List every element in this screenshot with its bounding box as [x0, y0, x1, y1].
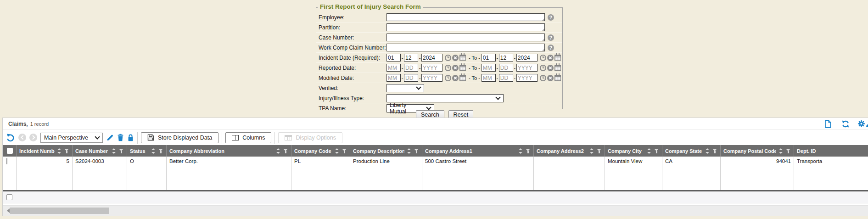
clear-date-icon[interactable] — [452, 65, 459, 71]
column-header-company-address1[interactable]: Company Address1 — [422, 145, 533, 157]
history-forward-icon[interactable] — [29, 134, 37, 141]
filter-icon[interactable] — [283, 148, 288, 154]
sort-icon[interactable] — [779, 148, 783, 154]
sort-icon[interactable] — [112, 148, 116, 154]
case-number-input[interactable] — [386, 34, 545, 41]
clear-date-icon[interactable] — [547, 65, 554, 71]
clock-icon[interactable] — [540, 55, 546, 61]
modified-to-day-input[interactable] — [499, 74, 513, 82]
verified-select[interactable] — [386, 84, 424, 92]
modified-to-year-input[interactable] — [516, 74, 538, 82]
modified-from-month-input[interactable] — [386, 74, 401, 82]
date-separator: - — [496, 75, 499, 81]
edit-pencil-icon[interactable] — [106, 134, 114, 141]
footer-checkbox[interactable] — [6, 194, 12, 200]
clear-date-icon[interactable] — [452, 75, 459, 81]
select-all-checkbox[interactable] — [7, 148, 13, 154]
column-header-company-city[interactable]: Company City — [605, 145, 662, 157]
column-header-dept-id[interactable]: Dept. ID — [794, 145, 868, 157]
scroll-left-arrow-icon[interactable] — [7, 208, 10, 213]
sort-icon[interactable] — [706, 148, 710, 154]
wrench-icon[interactable] — [866, 120, 868, 128]
column-header-company-state[interactable]: Company State — [662, 145, 720, 157]
modified-to-month-input[interactable] — [482, 74, 496, 82]
column-header-case-number[interactable]: Case Number — [72, 145, 127, 157]
column-header-status[interactable]: Status — [127, 145, 166, 157]
clock-icon[interactable] — [445, 65, 451, 71]
incident-from-year-input[interactable] — [421, 54, 442, 62]
reported-to-month-input[interactable] — [482, 64, 496, 72]
sort-icon[interactable] — [335, 148, 339, 154]
sort-icon[interactable] — [647, 148, 651, 154]
sort-icon[interactable] — [151, 148, 156, 154]
undo-icon[interactable] — [6, 133, 15, 142]
incident-from-day-input[interactable] — [404, 54, 418, 62]
help-icon[interactable]: ? — [548, 34, 554, 41]
refresh-icon[interactable] — [841, 120, 850, 128]
calendar-icon[interactable] — [459, 75, 466, 81]
filter-icon[interactable] — [712, 148, 717, 154]
row-checkbox[interactable] — [6, 158, 7, 164]
column-header-company-postal-code[interactable]: Company Postal Code — [720, 145, 794, 157]
clear-date-icon[interactable] — [452, 55, 459, 61]
reported-to-day-input[interactable] — [499, 64, 513, 72]
scrollbar-thumb[interactable] — [10, 208, 109, 214]
filter-icon[interactable] — [526, 148, 531, 154]
clock-icon[interactable] — [445, 55, 451, 61]
incident-to-year-input[interactable] — [516, 54, 538, 62]
employee-input[interactable] — [386, 13, 545, 21]
filter-icon[interactable] — [654, 148, 659, 154]
reported-from-day-input[interactable] — [404, 64, 418, 72]
table-row[interactable]: 5 S2024-0003 O Better Corp. PL Productio… — [3, 157, 868, 190]
column-header-company-description[interactable]: Company Description — [350, 145, 422, 157]
column-header-company-code[interactable]: Company Code — [291, 145, 350, 157]
reported-from-year-input[interactable] — [421, 64, 442, 72]
clock-icon[interactable] — [540, 65, 546, 71]
help-icon[interactable]: ? — [548, 45, 554, 51]
lock-icon[interactable] — [127, 134, 134, 141]
horizontal-scrollbar[interactable] — [3, 205, 868, 216]
store-displayed-data-button[interactable]: Store Displayed Data — [141, 132, 218, 143]
trash-icon[interactable] — [117, 134, 124, 141]
calendar-icon[interactable] — [554, 55, 561, 61]
work-comp-claim-number-input[interactable] — [386, 44, 545, 51]
reported-from-month-input[interactable] — [386, 64, 401, 72]
new-document-icon[interactable] — [824, 120, 831, 128]
filter-icon[interactable] — [342, 148, 347, 154]
clear-date-icon[interactable] — [547, 75, 554, 81]
settings-gear-icon[interactable] — [857, 120, 865, 128]
columns-button[interactable]: Columns — [225, 132, 271, 143]
filter-icon[interactable] — [158, 148, 163, 154]
clear-date-icon[interactable] — [547, 55, 554, 61]
filter-icon[interactable] — [64, 148, 69, 154]
column-header-company-abbreviation[interactable]: Company Abbreviation — [166, 145, 291, 157]
sort-icon[interactable] — [519, 148, 523, 154]
reported-to-year-input[interactable] — [516, 64, 538, 72]
sort-icon[interactable] — [276, 148, 280, 154]
calendar-icon[interactable] — [459, 55, 466, 61]
filter-icon[interactable] — [414, 148, 419, 154]
modified-from-year-input[interactable] — [421, 74, 442, 82]
sort-icon[interactable] — [590, 148, 594, 154]
clock-icon[interactable] — [540, 75, 546, 81]
history-back-icon[interactable] — [18, 134, 26, 141]
clock-icon[interactable] — [445, 75, 451, 81]
filter-icon[interactable] — [786, 148, 791, 154]
column-header-incident-number[interactable]: Incident Number — [16, 145, 72, 157]
calendar-icon[interactable] — [554, 75, 561, 81]
sort-icon[interactable] — [407, 148, 411, 154]
calendar-icon[interactable] — [459, 65, 466, 71]
sort-icon[interactable] — [57, 148, 62, 154]
incident-to-day-input[interactable] — [499, 54, 513, 62]
injury-illness-type-select[interactable] — [386, 94, 504, 102]
partition-input[interactable] — [386, 23, 545, 31]
help-icon[interactable]: ? — [548, 14, 554, 21]
incident-to-month-input[interactable] — [482, 54, 496, 62]
incident-from-month-input[interactable] — [386, 54, 401, 62]
calendar-icon[interactable] — [554, 65, 561, 71]
column-header-company-address2[interactable]: Company Address2 — [533, 145, 605, 157]
modified-from-day-input[interactable] — [404, 74, 418, 82]
filter-icon[interactable] — [119, 148, 124, 154]
perspective-select[interactable]: Main Perspective — [40, 133, 103, 143]
filter-icon[interactable] — [597, 148, 602, 154]
